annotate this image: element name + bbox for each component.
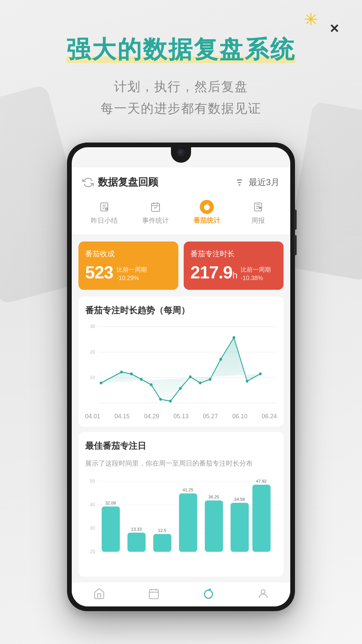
svg-rect-50	[153, 534, 171, 552]
phone-camera	[177, 149, 185, 156]
tab-tomato-label: 番茄统计	[193, 216, 220, 225]
line-chart-container: 30 20 10	[85, 323, 277, 410]
svg-rect-54	[205, 500, 223, 552]
svg-point-65	[261, 590, 265, 594]
tab-yesterday-icon-wrapper	[97, 200, 111, 214]
stat-card-orange-inner: 523 比前一周期-10.29%	[85, 262, 172, 282]
stat-card-focus-time: 番茄专注时长 217.9h 比前一周期-10.38%	[184, 241, 284, 290]
svg-point-27	[150, 383, 153, 386]
nav-tomato-icon	[202, 588, 215, 600]
svg-text:30: 30	[90, 324, 95, 329]
svg-point-36	[246, 380, 248, 383]
side-btn-1	[294, 210, 297, 230]
stats-row: 番茄收成 523 比前一周期-10.29% 番茄专注时长 217.9h 比前一周…	[72, 235, 290, 297]
nav-profile[interactable]	[236, 588, 290, 600]
x-label-5: 06.10	[232, 413, 247, 420]
svg-text:12.5: 12.5	[158, 528, 166, 533]
phone-container: 数据复盘回顾 最近3月	[0, 143, 362, 611]
nav-calendar[interactable]	[126, 588, 181, 600]
tab-events-icon-wrapper	[148, 200, 163, 214]
sub-title: 计划，执行，然后复盘 每一天的进步都有数据见证	[0, 76, 362, 119]
bar-chart-subtitle: 展示了这段时间里，你在周一至周日的番茄专注时长分布	[85, 459, 277, 468]
svg-point-31	[189, 375, 192, 378]
svg-point-25	[130, 373, 133, 376]
stat-card-orange-value: 523	[85, 262, 113, 282]
svg-point-24	[120, 371, 123, 374]
svg-text:41.25: 41.25	[183, 487, 193, 492]
stat-card-red-value: 217.9h	[190, 262, 237, 282]
tab-weekly-icon-wrapper: W	[251, 200, 265, 214]
line-chart-card: 番茄专注时长趋势（每周） 30 20 10	[78, 297, 284, 427]
tab-yesterday[interactable]: 昨日小结	[78, 197, 130, 228]
x-label-1: 04.15	[115, 413, 130, 420]
tab-weekly-label: 周报	[251, 216, 265, 225]
svg-point-28	[159, 398, 162, 401]
svg-text:36.25: 36.25	[208, 494, 219, 499]
date-range-label[interactable]: 最近3月	[249, 176, 280, 188]
bar-chart-card: 最佳番茄专注日 展示了这段时间里，你在周一至周日的番茄专注时长分布 50 40 …	[78, 432, 284, 577]
svg-point-13	[205, 206, 206, 207]
app-header: 数据复盘回顾 最近3月	[72, 167, 290, 195]
svg-point-26	[140, 378, 143, 381]
svg-point-32	[199, 382, 201, 385]
phone-side-buttons	[294, 210, 297, 255]
svg-text:20: 20	[90, 349, 95, 355]
tab-events-label: 事件统计	[142, 216, 169, 225]
stat-card-red-title: 番茄专注时长	[190, 249, 277, 259]
bar-chart-area: 50 40 30 20 32.08	[85, 476, 277, 570]
svg-point-29	[169, 400, 172, 403]
svg-text:50: 50	[90, 478, 95, 484]
svg-rect-46	[102, 506, 120, 552]
svg-point-37	[259, 373, 262, 376]
app-header-left: 数据复盘回顾	[82, 175, 158, 189]
svg-rect-56	[231, 503, 249, 552]
phone-notch	[171, 143, 191, 163]
tab-tomato[interactable]: 番茄统计	[181, 197, 232, 228]
side-btn-2	[294, 235, 297, 255]
svg-point-23	[100, 382, 102, 385]
tab-yesterday-icon	[99, 202, 110, 212]
svg-text:10: 10	[90, 374, 95, 380]
app-content: 数据复盘回顾 最近3月	[72, 147, 290, 606]
svg-point-12	[204, 205, 209, 210]
nav-tomato[interactable]	[181, 588, 236, 600]
reload-icon	[82, 177, 94, 188]
svg-rect-60	[149, 590, 158, 599]
svg-point-30	[179, 387, 182, 390]
x-label-2: 04.29	[144, 413, 159, 420]
stat-card-red-inner: 217.9h 比前一周期-10.38%	[190, 262, 277, 282]
x-label-4: 05.27	[203, 413, 218, 420]
x-label-3: 05.13	[173, 413, 188, 420]
phone-screen: 数据复盘回顾 最近3月	[72, 147, 290, 606]
sub-line1: 计划，执行，然后复盘	[0, 76, 362, 98]
svg-text:32.08: 32.08	[105, 500, 116, 505]
svg-text:30: 30	[90, 525, 95, 531]
filter-icon[interactable]	[235, 177, 245, 187]
bottom-nav	[72, 582, 290, 606]
x-label-0: 04.01	[85, 413, 100, 420]
svg-point-35	[233, 336, 235, 339]
tab-yesterday-label: 昨日小结	[91, 216, 118, 225]
stat-card-red-unit: h	[232, 270, 237, 280]
tab-weekly[interactable]: W 周报	[232, 197, 284, 228]
svg-point-34	[219, 358, 222, 361]
x-label-6: 06.24	[262, 413, 277, 420]
nav-home[interactable]	[72, 588, 126, 600]
svg-text:W: W	[259, 207, 261, 209]
line-chart-title: 番茄专注时长趋势（每周）	[85, 305, 277, 316]
nav-home-icon	[93, 588, 105, 600]
tab-weekly-icon: W	[253, 202, 263, 212]
tab-events-icon	[150, 202, 161, 212]
line-chart-x-labels: 04.01 04.15 04.29 05.13 05.27 06.10 06.2…	[85, 410, 277, 420]
tab-bar: 昨日小结 事件统计	[72, 195, 290, 235]
tab-events[interactable]: 事件统计	[130, 197, 181, 228]
phone-mockup: 数据复盘回顾 最近3月	[67, 143, 295, 611]
svg-point-33	[209, 378, 212, 381]
svg-rect-58	[252, 485, 270, 552]
svg-point-64	[204, 590, 213, 598]
star-gold-icon: ✳	[304, 11, 318, 28]
star-dark-icon: ✕	[329, 23, 339, 35]
stat-card-red-compare: 比前一周期-10.38%	[241, 266, 271, 282]
svg-text:40: 40	[90, 502, 95, 507]
main-title: 强大的数据复盘系统	[66, 34, 296, 66]
